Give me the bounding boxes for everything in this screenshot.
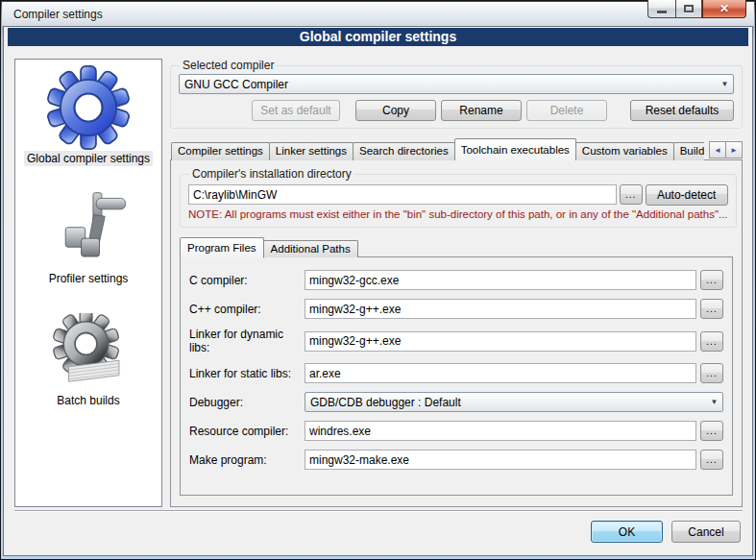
sidebar-item-global-compiler-settings[interactable]: Global compiler settings (15, 65, 161, 166)
program-row-dynamic-linker: Linker for dynamic libs: ... (189, 328, 723, 354)
main-panel: Selected compiler GNU GCC Compiler ▼ Set… (170, 59, 743, 507)
subtab-additional-paths[interactable]: Additional Paths (263, 240, 358, 257)
settings-tabstrip: Compiler settings Linker settings Search… (170, 137, 743, 160)
compiler-select[interactable]: GNU GCC Compiler ▼ (179, 74, 734, 94)
tab-compiler-settings[interactable]: Compiler settings (171, 142, 270, 160)
tab-scroll-left-button[interactable]: ◄ (709, 141, 726, 158)
footer-separator (14, 510, 743, 512)
auto-detect-button[interactable]: Auto-detect (646, 184, 728, 206)
program-row-resource-compiler: Resource compiler: ... (189, 421, 723, 441)
cpp-compiler-input[interactable] (305, 299, 696, 319)
program-row-c-compiler: C compiler: ... (189, 270, 723, 290)
cancel-button[interactable]: Cancel (671, 521, 741, 543)
field-label: C++ compiler: (189, 303, 305, 316)
copy-button[interactable]: Copy (355, 100, 436, 121)
debugger-select-value: GDB/CDB debugger : Default (310, 396, 461, 409)
installation-directory-legend: Compiler's installation directory (189, 167, 354, 181)
compiler-buttons-row: Set as default Copy Rename Delete Reset … (179, 100, 734, 121)
browse-make-program-button[interactable]: ... (700, 450, 723, 470)
debugger-select[interactable]: GDB/CDB debugger : Default ▼ (305, 392, 723, 412)
field-label: Make program: (189, 453, 305, 467)
tab-linker-settings[interactable]: Linker settings (269, 142, 354, 160)
browse-cpp-compiler-button[interactable]: ... (700, 299, 723, 319)
tabs-scroll-area: Compiler settings Linker settings Search… (170, 137, 704, 160)
make-program-input[interactable] (305, 450, 696, 470)
tab-custom-variables[interactable]: Custom variables (575, 142, 674, 160)
installation-directory-group: Compiler's installation directory ... Au… (180, 167, 737, 228)
tab-toolchain-executables[interactable]: Toolchain executables (454, 138, 576, 160)
compiler-select-value: GNU GCC Compiler (184, 78, 288, 91)
footer-buttons: OK Cancel (591, 521, 741, 543)
titlebar: Compiler settings (2, 2, 754, 26)
program-files-panel: C compiler: ... C++ compiler: ... (180, 256, 733, 496)
installation-directory-input[interactable] (188, 184, 617, 205)
c-compiler-input[interactable] (305, 270, 696, 290)
field-label: C compiler: (189, 274, 305, 287)
maximize-icon (684, 5, 694, 12)
files-subtabstrip: Program Files Additional Paths (180, 236, 733, 257)
sidebar-item-batch-builds[interactable]: Batch builds (15, 313, 161, 408)
browse-static-linker-button[interactable]: ... (700, 363, 723, 383)
field-label: Linker for static libs: (189, 367, 305, 380)
selected-compiler-legend: Selected compiler (180, 59, 277, 72)
tab-search-directories[interactable]: Search directories (353, 142, 455, 160)
sidebar-item-profiler-settings[interactable]: Profiler settings (15, 191, 161, 286)
arrow-right-icon: ► (730, 146, 738, 155)
minimize-icon (657, 11, 667, 13)
program-row-static-linker: Linker for static libs: ... (189, 363, 723, 383)
static-linker-input[interactable] (305, 363, 696, 383)
selected-compiler-group: Selected compiler GNU GCC Compiler ▼ Set… (170, 59, 743, 129)
arrow-left-icon: ◄ (714, 146, 721, 155)
maximize-button[interactable] (675, 0, 702, 18)
browse-resource-compiler-button[interactable]: ... (700, 421, 723, 441)
field-label: Linker for dynamic libs: (189, 328, 305, 354)
dynamic-linker-input[interactable] (305, 331, 696, 352)
browse-directory-button[interactable]: ... (620, 184, 643, 205)
field-label: Resource compiler: (189, 425, 305, 438)
delete-button[interactable]: Delete (526, 100, 607, 121)
installation-directory-row: ... Auto-detect (188, 184, 728, 206)
dialog-body: Global compiler settings (3, 26, 753, 556)
program-row-make-program: Make program: ... (189, 450, 723, 470)
resource-compiler-input[interactable] (305, 421, 696, 441)
ok-button[interactable]: OK (591, 521, 663, 543)
tab-scroll-buttons: ◄ ► (710, 141, 743, 158)
program-row-debugger: Debugger: GDB/CDB debugger : Default ▼ (189, 392, 723, 412)
chevron-down-icon: ▼ (706, 398, 722, 406)
content: Global compiler settings (14, 59, 743, 507)
field-label: Debugger: (189, 396, 305, 409)
sidebar-item-label: Global compiler settings (24, 151, 153, 166)
program-row-cpp-compiler: C++ compiler: ... (189, 299, 723, 319)
sidebar-item-label: Batch builds (54, 393, 122, 408)
window-title: Compiler settings (13, 8, 103, 21)
tab-build-options[interactable]: Build options (673, 142, 704, 160)
settings-category-list: Global compiler settings (14, 59, 162, 507)
caliper-tool-icon (49, 191, 128, 270)
toolchain-executables-panel: Compiler's installation directory ... Au… (170, 159, 743, 507)
browse-c-compiler-button[interactable]: ... (700, 270, 723, 290)
page-title: Global compiler settings (8, 28, 748, 46)
rename-button[interactable]: Rename (441, 100, 522, 121)
chevron-down-icon: ▼ (717, 80, 733, 88)
note-text: NOTE: All programs must exist either in … (188, 208, 728, 220)
set-as-default-button[interactable]: Set as default (252, 100, 340, 121)
close-icon: ✕ (719, 3, 729, 14)
reset-defaults-button[interactable]: Reset defaults (630, 100, 734, 121)
compiler-settings-window: Compiler settings ✕ Global compiler sett… (0, 0, 756, 560)
caption-buttons: ✕ (647, 0, 746, 18)
subtab-program-files[interactable]: Program Files (180, 237, 264, 258)
blue-gear-icon (46, 65, 131, 150)
tab-scroll-right-button[interactable]: ► (725, 141, 743, 158)
close-button[interactable]: ✕ (702, 0, 746, 18)
gray-gear-stack-icon (49, 313, 128, 392)
minimize-button[interactable] (647, 0, 675, 18)
browse-dynamic-linker-button[interactable]: ... (700, 331, 723, 352)
sidebar-item-label: Profiler settings (46, 271, 132, 286)
